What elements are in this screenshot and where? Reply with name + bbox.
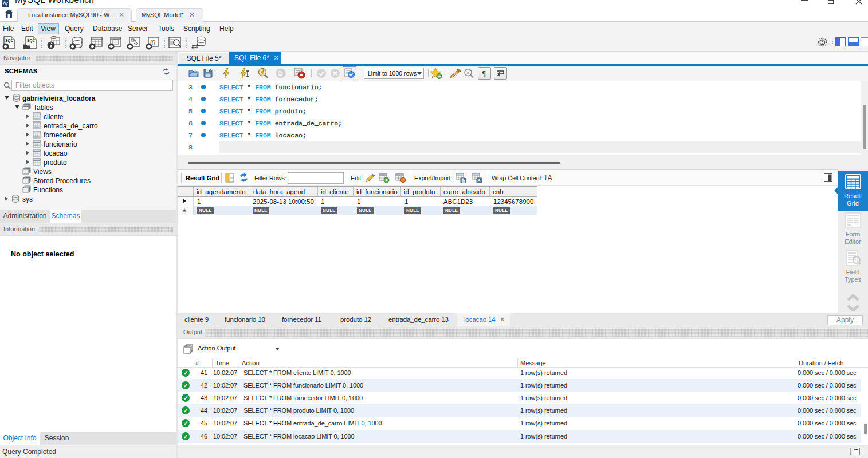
svg-text:A: A	[548, 174, 552, 181]
svg-text:I: I	[545, 174, 547, 181]
svg-text:A: A	[466, 70, 470, 76]
